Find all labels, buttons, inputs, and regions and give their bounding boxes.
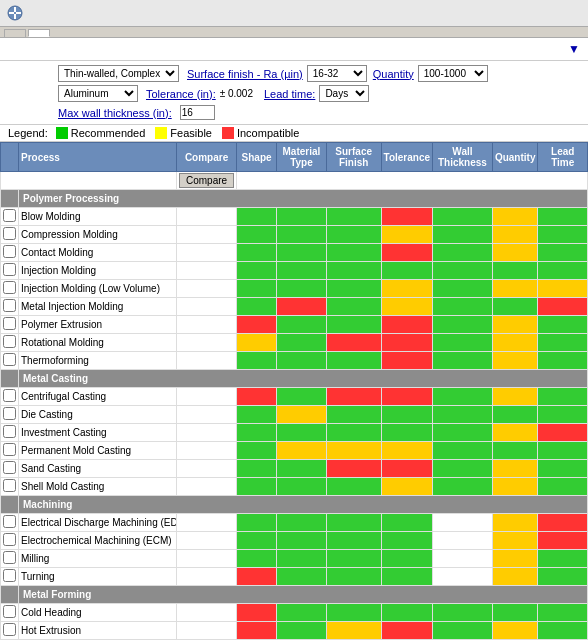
category-check-cell [1,190,19,208]
cell-quantity [492,298,538,316]
row-checkbox-cell[interactable] [1,604,19,622]
legend-section: Legend: Recommended Feasible Incompatibl… [0,125,588,142]
cell-shape [237,424,277,442]
cell-mattype [277,334,327,352]
cell-wall [433,280,493,298]
compare-button-cell[interactable]: Compare [177,172,237,190]
quantity-select[interactable]: 100-1000 [418,65,488,82]
process-name-cell: Permanent Mold Casting [19,442,177,460]
row-checkbox[interactable] [3,425,16,438]
cell-quantity [492,604,538,622]
table-row: Cold Heading [1,604,588,622]
row-checkbox-cell[interactable] [1,280,19,298]
cell-tolerance [381,298,433,316]
row-checkbox-cell[interactable] [1,226,19,244]
cell-leadtime [538,406,588,424]
row-checkbox[interactable] [3,317,16,330]
col-mattype: Material Type [277,143,327,172]
compare-button[interactable]: Compare [179,173,234,188]
row-checkbox[interactable] [3,623,16,636]
cell-leadtime [538,424,588,442]
row-checkbox-cell[interactable] [1,460,19,478]
leadtime-select[interactable]: Days [319,85,369,102]
row-checkbox-cell[interactable] [1,406,19,424]
row-checkbox-cell[interactable] [1,334,19,352]
col-surface: Surface Finish [326,143,381,172]
row-checkbox-cell[interactable] [1,532,19,550]
row-checkbox[interactable] [3,479,16,492]
tab-production[interactable] [4,29,26,37]
cell-quantity [492,334,538,352]
row-checkbox[interactable] [3,407,16,420]
row-checkbox[interactable] [3,245,16,258]
cell-wall [433,208,493,226]
row-checkbox[interactable] [3,209,16,222]
row-checkbox-cell[interactable] [1,478,19,496]
row-checkbox-cell[interactable] [1,622,19,640]
tab-rapid-prototyping[interactable] [28,29,50,37]
cell-wall [433,622,493,640]
cell-mattype [277,424,327,442]
row-checkbox-cell[interactable] [1,298,19,316]
row-checkbox[interactable] [3,299,16,312]
row-checkbox-cell[interactable] [1,352,19,370]
row-checkbox[interactable] [3,443,16,456]
table-row: Electrical Discharge Machining (EDM) [1,514,588,532]
col-quantity: Quantity [492,143,538,172]
material-select[interactable]: Aluminum [58,85,138,102]
expand-description-icon[interactable]: ▼ [568,42,580,56]
cell-shape [237,280,277,298]
controls-section: Thin-walled, Complex Surface finish - Ra… [0,61,588,125]
shape-select[interactable]: Thin-walled, Complex [58,65,179,82]
cell-tolerance [381,316,433,334]
material-row: Aluminum Tolerance (in): ± 0.002 Lead ti… [8,85,580,102]
cell-leadtime [538,298,588,316]
row-checkbox[interactable] [3,605,16,618]
maxwall-label[interactable]: Max wall thickness (in): [58,107,172,119]
row-checkbox-cell[interactable] [1,550,19,568]
maxwall-input[interactable] [180,105,215,120]
row-checkbox-cell[interactable] [1,262,19,280]
row-checkbox[interactable] [3,227,16,240]
leadtime-label[interactable]: Lead time: [264,88,315,100]
row-checkbox[interactable] [3,263,16,276]
cell-surface [326,514,381,532]
category-label: Polymer Processing [19,190,588,208]
col-check [1,143,19,172]
row-checkbox[interactable] [3,515,16,528]
compare-cell [177,514,237,532]
surface-select[interactable]: 16-32 [307,65,367,82]
cell-leadtime [538,460,588,478]
cell-shape [237,568,277,586]
row-checkbox-cell[interactable] [1,514,19,532]
row-checkbox[interactable] [3,551,16,564]
cell-quantity [492,424,538,442]
category-row: Polymer Processing [1,190,588,208]
row-checkbox-cell[interactable] [1,244,19,262]
row-checkbox[interactable] [3,533,16,546]
row-checkbox-cell[interactable] [1,442,19,460]
row-checkbox[interactable] [3,281,16,294]
category-label: Metal Forming [19,586,588,604]
surface-finish-label[interactable]: Surface finish - Ra (µin) [187,68,303,80]
row-checkbox-cell[interactable] [1,568,19,586]
cell-wall [433,262,493,280]
row-checkbox[interactable] [3,461,16,474]
row-checkbox[interactable] [3,335,16,348]
row-checkbox-cell[interactable] [1,388,19,406]
row-checkbox[interactable] [3,389,16,402]
table-row: Contact Molding [1,244,588,262]
row-checkbox-cell[interactable] [1,316,19,334]
cell-shape [237,316,277,334]
tolerance-label[interactable]: Tolerance (in): [146,88,216,100]
row-checkbox-cell[interactable] [1,424,19,442]
row-checkbox-cell[interactable] [1,208,19,226]
cell-tolerance [381,352,433,370]
quantity-label[interactable]: Quantity [373,68,414,80]
cell-quantity [492,622,538,640]
row-checkbox[interactable] [3,353,16,366]
compare-cell [177,478,237,496]
compare-cell [177,568,237,586]
compare-cell [177,532,237,550]
row-checkbox[interactable] [3,569,16,582]
